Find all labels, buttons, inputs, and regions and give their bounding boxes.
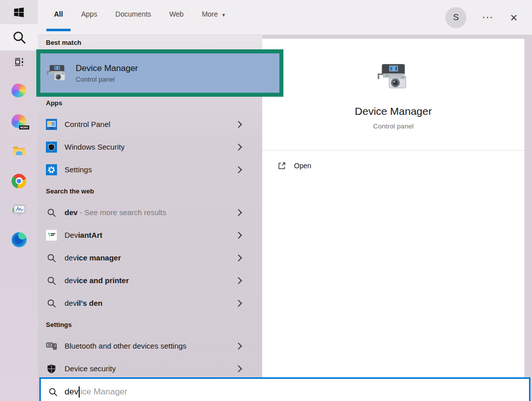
- performance-monitor-icon: [12, 203, 27, 218]
- chrome-button[interactable]: [0, 167, 38, 194]
- section-label-best-match: Best match: [46, 39, 262, 46]
- preview-subtitle: Control panel: [373, 122, 413, 130]
- filter-tabs: All Apps Documents Web More▼: [54, 10, 226, 18]
- start-button[interactable]: [0, 0, 38, 24]
- result-web-dev-see-more[interactable]: dev - See more search results: [38, 201, 262, 224]
- taskbar-search-button[interactable]: [0, 24, 38, 50]
- preview-divider: [262, 150, 524, 151]
- search-icon: [46, 252, 57, 263]
- search-icon: [46, 298, 57, 309]
- control-panel-icon: [46, 119, 57, 130]
- file-explorer-button[interactable]: [0, 137, 38, 164]
- open-icon: [277, 161, 286, 170]
- m365-copilot-button[interactable]: M365: [0, 106, 38, 136]
- search-icon: [46, 207, 57, 218]
- section-label-search-the-web: Search the web: [46, 187, 262, 195]
- deviantart-icon: [46, 230, 57, 241]
- result-label: device manager: [65, 253, 121, 262]
- file-explorer-icon: [12, 143, 27, 158]
- chevron-right-icon[interactable]: [235, 120, 242, 127]
- dropdown-caret-icon: ▼: [221, 13, 226, 18]
- chevron-right-icon[interactable]: [235, 143, 242, 150]
- result-settings[interactable]: Settings: [38, 158, 262, 181]
- chevron-right-icon[interactable]: [235, 231, 242, 238]
- performance-monitor-button[interactable]: [0, 196, 38, 224]
- preview-title: Device Manager: [355, 105, 432, 117]
- tab-apps[interactable]: Apps: [81, 10, 97, 18]
- device-manager-icon: [46, 62, 68, 84]
- taskbar: M365: [0, 0, 38, 401]
- copilot-button[interactable]: [0, 76, 38, 105]
- chevron-right-icon[interactable]: [235, 299, 242, 306]
- tab-web[interactable]: Web: [169, 10, 184, 18]
- preview-panel: Device Manager Control panel Open: [262, 39, 524, 377]
- result-label: device and printer: [65, 276, 129, 285]
- settings-gear-icon: [46, 164, 57, 175]
- result-bluetooth-devices-settings[interactable]: Bluetooth and other devices settings: [38, 335, 262, 357]
- task-view-button[interactable]: [0, 50, 38, 74]
- tab-documents[interactable]: Documents: [115, 10, 151, 18]
- best-match-title: Device Manager: [76, 63, 138, 74]
- tab-all[interactable]: All: [54, 10, 63, 18]
- chevron-right-icon[interactable]: [235, 254, 242, 261]
- open-action[interactable]: Open: [262, 156, 524, 176]
- inline-suggestion: ice Manager: [80, 387, 128, 397]
- result-device-security[interactable]: Device security: [38, 357, 262, 380]
- chevron-right-icon[interactable]: [235, 342, 242, 349]
- result-label: DeviantArt: [65, 231, 102, 239]
- copilot-icon: [12, 84, 26, 97]
- chevron-right-icon[interactable]: [235, 365, 242, 372]
- windows-search-flyout: M365: [0, 0, 532, 401]
- result-web-device-manager[interactable]: device manager: [38, 246, 262, 269]
- best-match-subtitle: Control panel: [76, 76, 138, 83]
- result-label: Device security: [65, 364, 116, 373]
- device-manager-icon: [377, 60, 410, 93]
- edge-button[interactable]: [0, 226, 38, 254]
- section-label-apps: Apps: [46, 99, 262, 107]
- result-windows-security[interactable]: Windows Security: [38, 136, 262, 158]
- result-web-devils-den[interactable]: devil's den: [38, 292, 262, 314]
- result-label: Bluetooth and other devices settings: [65, 342, 187, 350]
- m365-badge: M365: [19, 125, 29, 129]
- result-label: devil's den: [65, 299, 102, 307]
- m365-copilot-icon: M365: [12, 114, 26, 128]
- result-control-panel[interactable]: Control Panel: [38, 113, 262, 136]
- search-icon: [46, 275, 57, 286]
- chevron-right-icon[interactable]: [235, 166, 242, 173]
- text-cursor: [79, 386, 80, 397]
- account-button[interactable]: S: [445, 7, 466, 28]
- result-deviantart[interactable]: DeviantArt: [38, 224, 262, 246]
- open-label: Open: [294, 162, 311, 170]
- result-label: Settings: [65, 165, 92, 174]
- result-label: Windows Security: [65, 143, 125, 151]
- more-options-button[interactable]: ···: [483, 13, 494, 22]
- typed-query: dev: [65, 387, 78, 397]
- search-header: All Apps Documents Web More▼ S ··· ✕: [38, 0, 532, 35]
- edge-icon: [12, 232, 27, 247]
- account-initial: S: [453, 13, 458, 23]
- device-security-shield-icon: [46, 363, 57, 374]
- windows-logo-icon: [13, 7, 25, 18]
- result-label: dev - See more search results: [65, 208, 166, 217]
- best-match-result-device-manager[interactable]: Device Manager Control panel: [40, 53, 279, 93]
- search-icon: [48, 387, 58, 397]
- search-icon: [12, 30, 27, 45]
- result-web-device-and-printer[interactable]: device and printer: [38, 269, 262, 292]
- section-label-settings: Settings: [46, 321, 262, 328]
- result-label: Control Panel: [65, 120, 110, 128]
- chevron-right-icon[interactable]: [235, 277, 242, 284]
- task-view-icon: [12, 55, 26, 69]
- search-input[interactable]: dev ice Manager: [39, 377, 530, 401]
- windows-security-icon: [46, 142, 57, 153]
- chrome-icon: [12, 174, 26, 188]
- chevron-right-icon[interactable]: [235, 209, 242, 216]
- annotation-highlight-box: Device Manager Control panel: [36, 49, 283, 97]
- close-button[interactable]: ✕: [510, 12, 518, 24]
- bluetooth-devices-icon: [46, 341, 57, 352]
- tab-more[interactable]: More▼: [202, 10, 226, 18]
- header-controls: S ··· ✕: [445, 0, 518, 35]
